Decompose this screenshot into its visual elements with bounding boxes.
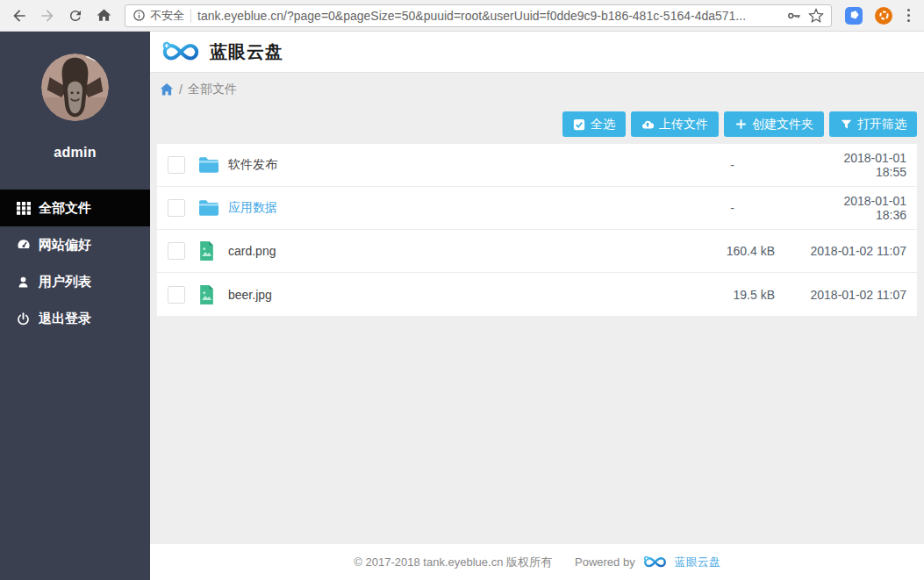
footer-logo-icon	[642, 555, 668, 569]
plus-icon	[734, 118, 747, 131]
file-size: 19.5 kB	[696, 288, 775, 302]
user-icon	[16, 275, 31, 290]
breadcrumb-current[interactable]: 全部文件	[188, 82, 237, 97]
app-title: 蓝眼云盘	[210, 40, 283, 64]
breadcrumb-home-icon[interactable]	[160, 82, 174, 97]
star-icon	[808, 8, 824, 24]
file-size: -	[696, 201, 775, 215]
file-date: 2018-01-02 11:07	[810, 288, 906, 302]
sidebar-item-全部文件[interactable]: 全部文件	[0, 190, 150, 226]
file-name[interactable]: 软件发布	[228, 157, 277, 173]
footer: © 2017-2018 tank.eyeblue.cn 版权所有 Powered…	[150, 544, 924, 580]
footer-brand-link[interactable]: 蓝眼云盘	[675, 555, 720, 570]
copyright-text: © 2017-2018 tank.eyeblue.cn 版权所有	[354, 555, 552, 570]
folder-icon	[198, 155, 219, 175]
upload-file-button[interactable]: 上传文件	[631, 111, 719, 137]
password-key-button[interactable]	[786, 8, 802, 24]
file-name[interactable]: card.png	[228, 244, 276, 258]
home-button[interactable]	[91, 4, 116, 28]
file-name[interactable]: beer.jpg	[228, 288, 272, 302]
breadcrumb-separator: /	[179, 82, 183, 97]
cloud-upload-icon	[641, 118, 654, 131]
browser-menu-button[interactable]	[900, 5, 917, 25]
extension-blue-icon	[845, 7, 863, 25]
folder-icon	[198, 198, 219, 218]
app-logo-icon	[161, 39, 201, 64]
sidebar-item-label: 退出登录	[39, 311, 91, 327]
sidebar-item-退出登录[interactable]: 退出登录	[0, 300, 150, 337]
extension-orange-icon	[875, 7, 892, 25]
file-table: 软件发布 - 2018-01-01 18:55 应用数据 - 2018-01-0…	[157, 144, 917, 316]
image-file-icon	[198, 241, 219, 261]
file-row[interactable]: card.png 160.4 kB 2018-01-02 11:07	[157, 230, 917, 273]
grid-icon	[16, 201, 31, 216]
action-bar: 全选 上传文件 创建文件夹	[150, 105, 924, 143]
file-date: 2018-01-02 11:07	[810, 244, 906, 258]
bookmark-star-button[interactable]	[808, 8, 824, 24]
sidebar-item-用户列表[interactable]: 用户列表	[0, 263, 150, 300]
file-size: 160.4 kB	[696, 244, 775, 258]
row-checkbox[interactable]	[168, 286, 185, 304]
refresh-icon	[68, 8, 83, 24]
filter-icon	[840, 118, 852, 131]
avatar[interactable]	[41, 54, 109, 121]
back-button[interactable]	[7, 4, 32, 28]
extension-blue-button[interactable]	[844, 6, 863, 25]
screen: 不安全 tank.eyeblue.cn/?page=0&pageSize=50&…	[0, 0, 924, 580]
back-icon	[11, 7, 28, 25]
row-checkbox[interactable]	[168, 242, 185, 260]
file-size: -	[696, 158, 775, 172]
app-header: 蓝眼云盘	[150, 32, 924, 73]
sidebar-item-网站偏好[interactable]: 网站偏好	[0, 226, 150, 263]
power-icon	[16, 311, 31, 326]
key-icon	[786, 8, 802, 24]
powered-by-text: Powered by	[575, 555, 635, 569]
content: / 全部文件 全选 上传文件	[150, 73, 924, 544]
file-row[interactable]: 软件发布 - 2018-01-01 18:55	[157, 144, 917, 187]
sidebar-item-label: 网站偏好	[39, 237, 91, 254]
app-window: admin 全部文件 网站偏好 用户列表 退出登录 蓝眼云盘 / 全部文件	[0, 32, 924, 580]
row-checkbox[interactable]	[168, 199, 185, 217]
file-row[interactable]: beer.jpg 19.5 kB 2018-01-02 11:07	[157, 273, 917, 316]
dashboard-icon	[16, 238, 31, 253]
security-chip[interactable]: 不安全	[133, 8, 184, 24]
create-folder-button[interactable]: 创建文件夹	[724, 111, 824, 137]
file-name[interactable]: 应用数据	[228, 200, 277, 216]
select-all-button[interactable]: 全选	[562, 111, 626, 137]
row-checkbox[interactable]	[168, 156, 185, 174]
file-row[interactable]: 应用数据 - 2018-01-01 18:36	[157, 187, 917, 230]
breadcrumb: / 全部文件	[150, 73, 924, 105]
main-area: 蓝眼云盘 / 全部文件 全选	[150, 32, 924, 580]
security-label: 不安全	[150, 8, 184, 24]
home-icon	[96, 7, 112, 24]
open-filter-button[interactable]: 打开筛选	[829, 111, 917, 137]
refresh-button[interactable]	[63, 4, 88, 28]
browser-toolbar: 不安全 tank.eyeblue.cn/?page=0&pageSize=50&…	[0, 0, 924, 32]
sidebar-item-label: 全部文件	[39, 200, 91, 217]
sidebar-item-label: 用户列表	[39, 274, 91, 290]
address-bar[interactable]: 不安全 tank.eyeblue.cn/?page=0&pageSize=50&…	[125, 4, 832, 27]
sidebar: admin 全部文件 网站偏好 用户列表 退出登录	[0, 32, 150, 580]
image-file-icon	[198, 285, 219, 304]
forward-button[interactable]	[35, 4, 60, 28]
file-date: 2018-01-01 18:55	[810, 151, 906, 179]
username: admin	[0, 145, 150, 161]
url-text[interactable]: tank.eyeblue.cn/?page=0&pageSize=50&puui…	[197, 9, 780, 23]
info-icon	[133, 9, 146, 22]
omnibox-separator	[190, 9, 191, 23]
extension-orange-button[interactable]	[874, 6, 893, 25]
checkbox-icon	[573, 118, 585, 131]
forward-icon	[39, 7, 56, 25]
sidebar-menu: 全部文件 网站偏好 用户列表 退出登录	[0, 190, 150, 337]
file-date: 2018-01-01 18:36	[810, 194, 906, 222]
